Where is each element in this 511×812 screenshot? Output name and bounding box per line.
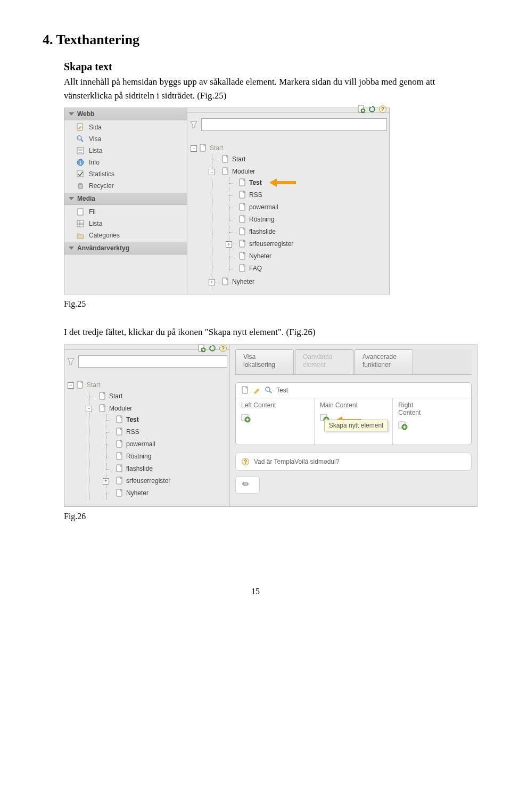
content-column: Main ContentSkapa nytt element bbox=[315, 398, 393, 445]
tree-node[interactable]: flashslide bbox=[238, 227, 276, 236]
tree-node[interactable]: Nyheter bbox=[221, 277, 254, 286]
content-column: Left Content bbox=[236, 398, 315, 445]
page-icon bbox=[116, 428, 124, 436]
tree-node[interactable]: Start bbox=[76, 381, 100, 389]
tree-node-label: Start bbox=[87, 381, 100, 389]
recycler-icon bbox=[76, 182, 85, 190]
tree-node[interactable]: Moduler bbox=[98, 404, 132, 413]
module-menu-label: Fil bbox=[89, 208, 96, 216]
tree-node-label: Test bbox=[249, 179, 262, 186]
chevron-down-icon bbox=[69, 112, 74, 116]
tree-filter-input[interactable] bbox=[201, 118, 387, 131]
figure-25: WebbSidaVisaListaInfoStatisticsRecyclerM… bbox=[64, 108, 390, 294]
tree-toggle[interactable]: − bbox=[68, 382, 74, 389]
tree-node-label: flashslide bbox=[126, 465, 153, 472]
module-menu-item[interactable]: Statistics bbox=[64, 168, 187, 180]
page-icon bbox=[238, 178, 247, 187]
tree-node[interactable]: Nyheter bbox=[238, 252, 271, 260]
module-menu-item[interactable]: Visa bbox=[64, 133, 187, 145]
tree-node[interactable]: RSS bbox=[238, 191, 262, 199]
tree-node[interactable]: Start bbox=[98, 392, 122, 400]
file-icon bbox=[76, 208, 85, 216]
new-record-icon[interactable] bbox=[357, 105, 366, 113]
tree-node[interactable]: Röstning bbox=[116, 452, 151, 461]
tree-node-label: Start bbox=[210, 144, 223, 152]
pencil-icon[interactable] bbox=[253, 386, 261, 395]
page-edit-icon bbox=[76, 123, 85, 132]
tree-node[interactable]: Röstning bbox=[238, 215, 274, 224]
funnel-icon[interactable] bbox=[67, 357, 75, 366]
page-icon bbox=[116, 464, 124, 473]
tree-toggle[interactable]: − bbox=[86, 406, 92, 412]
tab[interactable]: Avanceradefunktioner bbox=[355, 349, 413, 374]
info-icon bbox=[76, 158, 85, 167]
page-icon bbox=[98, 404, 107, 413]
module-menu-item[interactable]: Fil bbox=[64, 206, 187, 218]
page-icon bbox=[221, 277, 230, 286]
page-icon bbox=[241, 386, 250, 395]
column-label: RightContent bbox=[398, 401, 466, 416]
module-menu-item[interactable]: Lista bbox=[64, 145, 187, 157]
info-box[interactable]: Vad är TemplaVoilá sidmodul? bbox=[235, 453, 472, 471]
column-label: Left Content bbox=[241, 401, 309, 409]
folder-icon bbox=[76, 231, 85, 240]
module-group-header[interactable]: Media bbox=[64, 193, 187, 205]
tree-toggle[interactable]: − bbox=[191, 145, 197, 152]
tab[interactable]: Visalokalisering bbox=[235, 349, 294, 374]
module-group-title: Webb bbox=[77, 110, 94, 118]
checkbox-icon bbox=[76, 170, 85, 178]
help-icon[interactable] bbox=[219, 344, 227, 352]
tree-node[interactable]: Start bbox=[221, 155, 245, 163]
magnifier-icon bbox=[76, 135, 85, 143]
link-icon bbox=[241, 480, 250, 488]
tree-node[interactable]: flashslide bbox=[116, 464, 153, 473]
tree-node-label: Moduler bbox=[232, 168, 255, 175]
module-group-header[interactable]: Användarverktyg bbox=[64, 242, 187, 255]
module-menu-item[interactable]: Lista bbox=[64, 218, 187, 229]
page-icon bbox=[199, 144, 208, 152]
tree-node-label: Röstning bbox=[126, 453, 151, 460]
tree-node[interactable]: Nyheter bbox=[116, 489, 149, 497]
tree-node[interactable]: Moduler bbox=[221, 167, 255, 176]
refresh-icon[interactable] bbox=[368, 105, 376, 113]
tooltip: Skapa nytt element bbox=[324, 420, 389, 431]
tree-node[interactable]: srfeuserregister bbox=[238, 240, 293, 248]
tree-node[interactable]: RSS bbox=[116, 428, 139, 436]
tree-node-label: srfeuserregister bbox=[126, 477, 170, 485]
funnel-icon[interactable] bbox=[189, 120, 198, 129]
tree-node-label: powermail bbox=[249, 203, 278, 211]
module-menu-item[interactable]: Sida bbox=[64, 121, 187, 133]
page-icon bbox=[221, 167, 230, 176]
tree-node[interactable]: Test bbox=[238, 178, 296, 187]
tree-toggle[interactable]: + bbox=[209, 279, 215, 285]
refresh-icon[interactable] bbox=[208, 344, 217, 352]
section2-paragraph: I det tredje fältet, klickar du på ikone… bbox=[64, 325, 468, 339]
help-icon[interactable] bbox=[378, 105, 387, 113]
add-element-button[interactable] bbox=[241, 413, 251, 423]
mini-box[interactable] bbox=[235, 476, 260, 494]
tree-panel-right: −StartStart−ModulerTestRSSpowermailRöstn… bbox=[187, 108, 389, 294]
tree-node[interactable]: powermail bbox=[116, 440, 155, 448]
module-menu-item[interactable]: Categories bbox=[64, 229, 187, 241]
magnifier-icon[interactable] bbox=[265, 386, 273, 395]
module-menu-item[interactable]: Info bbox=[64, 157, 187, 168]
tree-toggle[interactable]: − bbox=[209, 169, 215, 175]
module-group-header[interactable]: Webb bbox=[64, 108, 187, 120]
module-menu-label: Visa bbox=[89, 135, 101, 143]
tree-node[interactable]: Test bbox=[116, 415, 139, 424]
tree-filter-row-2 bbox=[64, 354, 229, 371]
tree-panel-left: −StartStart−ModulerTestRSSpowermailRöstn… bbox=[64, 345, 230, 506]
tree-node[interactable]: srfeuserregister bbox=[116, 477, 170, 485]
tree-toggle[interactable]: + bbox=[226, 241, 232, 248]
tab-label: funktioner bbox=[362, 361, 391, 368]
tree-node[interactable]: Start bbox=[199, 144, 223, 152]
tree-node[interactable]: FAQ bbox=[238, 264, 262, 273]
tree-node[interactable]: powermail bbox=[238, 203, 278, 211]
chevron-down-icon bbox=[69, 247, 74, 250]
tree-filter-row bbox=[187, 117, 389, 134]
tree-toggle[interactable]: + bbox=[103, 478, 109, 485]
new-record-icon[interactable] bbox=[197, 344, 206, 352]
module-menu-item[interactable]: Recycler bbox=[64, 180, 187, 192]
tree-filter-input-2[interactable] bbox=[78, 355, 227, 368]
add-element-button[interactable] bbox=[398, 421, 408, 430]
